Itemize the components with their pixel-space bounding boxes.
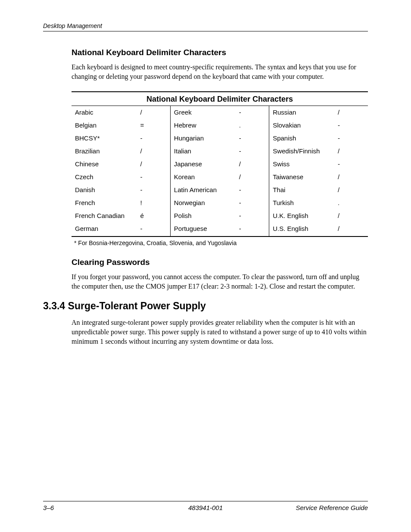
table-row: French!Norwegian-Turkish. xyxy=(72,196,368,209)
table-row: Chinese/Japanese/Swiss- xyxy=(72,158,368,171)
lang-cell: Brazilian xyxy=(72,145,137,158)
delim-cell: / xyxy=(236,158,269,171)
table-row: Danish-Latin American-Thai/ xyxy=(72,184,368,196)
table-row: German-Portuguese-U.S. English/ xyxy=(72,222,368,236)
lang-cell: Swiss xyxy=(269,158,334,171)
keyboard-table-wrap: National Keyboard Delimiter Characters A… xyxy=(72,91,368,237)
page-header: Desktop Management xyxy=(43,22,368,31)
delim-cell: - xyxy=(236,132,269,145)
main-content: National Keyboard Delimiter Characters E… xyxy=(72,48,368,291)
delim-cell: / xyxy=(334,184,368,196)
delim-cell: - xyxy=(236,209,269,222)
delim-cell: - xyxy=(236,196,269,209)
lang-cell: Russian xyxy=(269,106,334,119)
lang-cell: Norwegian xyxy=(170,196,235,209)
table-row: French CanadianéPolish-U.K. English/ xyxy=(72,209,368,222)
lang-cell: Portuguese xyxy=(170,222,235,236)
table-row: Arabic/Greek-Russian/ xyxy=(72,106,368,119)
section-heading-clearing: Clearing Passwords xyxy=(72,258,368,267)
delim-cell: - xyxy=(334,132,368,145)
lang-cell: Korean xyxy=(170,171,235,184)
lang-cell: Italian xyxy=(170,145,235,158)
lang-cell: Greek xyxy=(170,106,235,119)
table-footnote: * For Bosnia-Herzegovina, Croatia, Slove… xyxy=(72,240,368,246)
footer-left: 3–6 xyxy=(43,504,54,511)
delim-cell: - xyxy=(137,222,170,236)
table-row: Czech-Korean/Taiwanese/ xyxy=(72,171,368,184)
delim-cell: - xyxy=(236,106,269,119)
lang-cell: Slovakian xyxy=(269,119,334,132)
lang-cell: Czech xyxy=(72,171,137,184)
lang-cell: German xyxy=(72,222,137,236)
delim-cell: - xyxy=(137,132,170,145)
lang-cell: U.K. English xyxy=(269,209,334,222)
lang-cell: Taiwanese xyxy=(269,171,334,184)
surge-content: An integrated surge-tolerant power suppl… xyxy=(72,318,368,346)
delim-cell: / xyxy=(137,106,170,119)
section-heading-surge: 3.3.4 Surge-Tolerant Power Supply xyxy=(43,300,368,312)
section-para-surge: An integrated surge-tolerant power suppl… xyxy=(72,318,368,346)
lang-cell: Polish xyxy=(170,209,235,222)
delim-cell: - xyxy=(236,184,269,196)
delim-cell: é xyxy=(137,209,170,222)
lang-cell: Hungarian xyxy=(170,132,235,145)
lang-cell: Hebrew xyxy=(170,119,235,132)
keyboard-table: Arabic/Greek-Russian/Belgian=Hebrew.Slov… xyxy=(72,106,368,237)
delim-cell: / xyxy=(334,171,368,184)
section-heading-keyboard: National Keyboard Delimiter Characters xyxy=(72,48,368,57)
section-para-clearing: If you forget your password, you cannot … xyxy=(72,272,368,291)
delim-cell: / xyxy=(334,106,368,119)
delim-cell: ! xyxy=(137,196,170,209)
delim-cell: - xyxy=(137,171,170,184)
delim-cell: / xyxy=(137,158,170,171)
lang-cell: Belgian xyxy=(72,119,137,132)
delim-cell: - xyxy=(236,222,269,236)
page-footer: 483941-001 3–6 Service Reference Guide xyxy=(43,501,368,511)
lang-cell: Turkish xyxy=(269,196,334,209)
delim-cell: - xyxy=(334,158,368,171)
lang-cell: Latin American xyxy=(170,184,235,196)
delim-cell: / xyxy=(334,209,368,222)
lang-cell: Japanese xyxy=(170,158,235,171)
delim-cell: = xyxy=(137,119,170,132)
delim-cell: . xyxy=(236,119,269,132)
delim-cell: / xyxy=(334,222,368,236)
lang-cell: U.S. English xyxy=(269,222,334,236)
delim-cell: - xyxy=(236,145,269,158)
lang-cell: Chinese xyxy=(72,158,137,171)
table-row: Brazilian/Italian-Swedish/Finnish/ xyxy=(72,145,368,158)
lang-cell: Swedish/Finnish xyxy=(269,145,334,158)
table-row: BHCSY*-Hungarian-Spanish- xyxy=(72,132,368,145)
delim-cell: / xyxy=(334,145,368,158)
table-row: Belgian=Hebrew.Slovakian- xyxy=(72,119,368,132)
lang-cell: Thai xyxy=(269,184,334,196)
section-para-keyboard: Each keyboard is designed to meet countr… xyxy=(72,62,368,81)
lang-cell: Spanish xyxy=(269,132,334,145)
delim-cell: / xyxy=(236,171,269,184)
footer-right: Service Reference Guide xyxy=(296,504,368,511)
lang-cell: French Canadian xyxy=(72,209,137,222)
lang-cell: Danish xyxy=(72,184,137,196)
delim-cell: . xyxy=(334,196,368,209)
table-title: National Keyboard Delimiter Characters xyxy=(72,91,368,106)
lang-cell: BHCSY* xyxy=(72,132,137,145)
lang-cell: Arabic xyxy=(72,106,137,119)
delim-cell: / xyxy=(137,145,170,158)
lang-cell: French xyxy=(72,196,137,209)
delim-cell: - xyxy=(137,184,170,196)
delim-cell: - xyxy=(334,119,368,132)
